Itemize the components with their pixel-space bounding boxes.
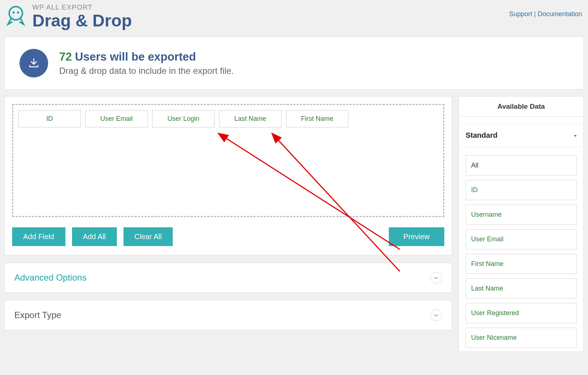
chevron-down-icon[interactable] — [430, 272, 442, 284]
field-chip[interactable]: User Email — [85, 110, 148, 127]
export-type-title: Export Type — [14, 310, 61, 320]
available-item[interactable]: User Registered — [466, 303, 577, 323]
available-item[interactable]: ID — [466, 180, 577, 200]
available-item[interactable]: All — [466, 155, 577, 176]
available-data-panel: Available Data Standard - AllIDUsernameU… — [459, 96, 584, 352]
export-type-section[interactable]: Export Type — [4, 300, 452, 330]
documentation-link[interactable]: Documentation — [538, 10, 582, 18]
clear-all-button[interactable]: Clear All — [123, 227, 173, 246]
preview-button[interactable]: Preview — [389, 227, 444, 246]
top-links: Support | Documentation — [509, 4, 582, 18]
brand-suptitle: WP ALL EXPORT — [32, 4, 132, 11]
available-item[interactable]: First Name — [466, 254, 577, 274]
field-chip[interactable]: Last Name — [219, 110, 282, 127]
advanced-options-section[interactable]: Advanced Options — [4, 263, 452, 293]
export-count: 72 — [59, 50, 72, 63]
chevron-down-icon[interactable] — [430, 309, 442, 321]
available-item[interactable]: User Email — [466, 229, 577, 249]
svg-point-1 — [12, 11, 15, 14]
available-group-standard[interactable]: Standard - — [459, 123, 583, 147]
field-chip[interactable]: First Name — [286, 110, 348, 127]
svg-point-2 — [17, 11, 19, 14]
field-chip[interactable]: ID — [18, 110, 81, 127]
collapse-icon: - — [574, 131, 577, 140]
octopus-icon — [4, 4, 28, 28]
support-link[interactable]: Support — [509, 10, 532, 18]
available-data-title: Available Data — [459, 97, 583, 117]
drop-zone[interactable]: IDUser EmailUser LoginLast NameFirst Nam… — [12, 104, 444, 217]
page-title: Drag & Drop — [32, 12, 132, 29]
download-icon — [19, 49, 48, 77]
brand-block: WP ALL EXPORT Drag & Drop — [4, 4, 132, 29]
available-item[interactable]: User Nicename — [466, 328, 577, 348]
available-item[interactable]: Username — [466, 205, 577, 225]
summary-subtext: Drag & drop data to include in the expor… — [59, 66, 234, 76]
summary-panel: 72 Users will be exported Drag & drop da… — [4, 37, 584, 90]
available-item[interactable]: Last Name — [466, 278, 577, 299]
add-field-button[interactable]: Add Field — [12, 227, 65, 246]
summary-headline: 72 Users will be exported — [59, 50, 234, 64]
add-all-button[interactable]: Add All — [72, 227, 117, 246]
builder-panel: IDUser EmailUser LoginLast NameFirst Nam… — [4, 96, 452, 255]
field-chip[interactable]: User Login — [152, 110, 215, 127]
advanced-options-title: Advanced Options — [14, 273, 86, 283]
